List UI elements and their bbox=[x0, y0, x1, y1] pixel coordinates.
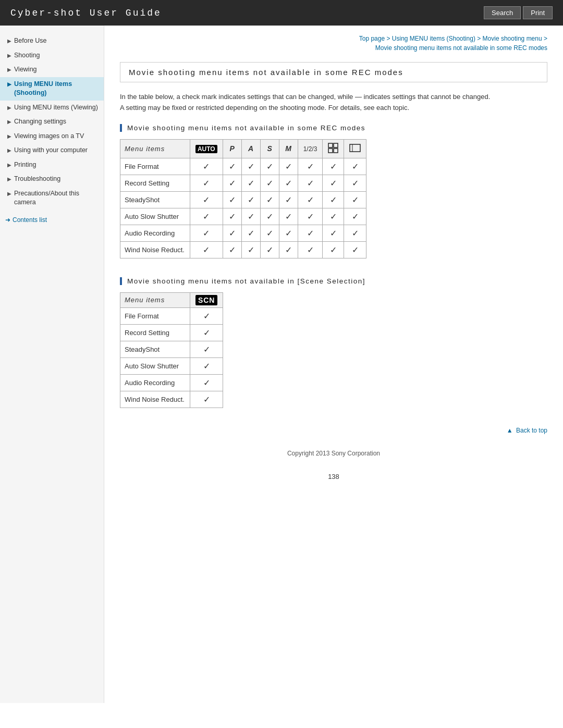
check-cell: ✓ bbox=[241, 208, 260, 225]
sidebar-item-changing-settings[interactable]: ▶ Changing settings bbox=[0, 115, 104, 129]
print-button[interactable]: Print bbox=[523, 6, 553, 19]
check-cell: ✓ bbox=[190, 341, 223, 357]
back-to-top[interactable]: ▲ Back to top bbox=[120, 427, 547, 434]
check-cell: ✓ bbox=[190, 208, 223, 225]
check-cell: ✓ bbox=[190, 175, 223, 191]
check-cell: ✓ bbox=[260, 208, 279, 225]
menu-item-name: Wind Noise Reduct. bbox=[120, 241, 190, 258]
page-header: Cyber-shot User Guide Search Print bbox=[0, 0, 563, 26]
check-cell: ✓ bbox=[260, 241, 279, 258]
svg-rect-4 bbox=[350, 144, 360, 152]
table-row: Wind Noise Reduct.✓✓✓✓✓✓✓✓ bbox=[120, 241, 366, 258]
svg-rect-3 bbox=[334, 149, 338, 153]
sidebar-item-label: Shooting bbox=[14, 51, 40, 60]
contents-link-label: Contents list bbox=[13, 216, 47, 224]
check-cell: ✓ bbox=[279, 191, 298, 208]
sidebar: ▶ Before Use ▶ Shooting ▶ Viewing ▶ Usin… bbox=[0, 26, 104, 703]
sidebar-item-before-use[interactable]: ▶ Before Use bbox=[0, 34, 104, 48]
table-row: Audio Recording✓ bbox=[120, 374, 223, 391]
breadcrumb-movie-menu[interactable]: Movie shooting menu bbox=[483, 35, 542, 42]
arrow-icon: ➜ bbox=[5, 216, 10, 224]
chevron-icon: ▶ bbox=[7, 190, 11, 198]
page-layout: ▶ Before Use ▶ Shooting ▶ Viewing ▶ Usin… bbox=[0, 26, 563, 703]
svg-rect-1 bbox=[334, 143, 338, 147]
check-cell: ✓ bbox=[344, 175, 366, 191]
menu-item-name: Wind Noise Reduct. bbox=[120, 391, 190, 408]
check-cell: ✓ bbox=[241, 241, 260, 258]
sidebar-item-label: Using MENU items (Viewing) bbox=[14, 103, 98, 113]
check-cell: ✓ bbox=[323, 225, 344, 241]
section2-table: Menu items SCN File Format✓Record Settin… bbox=[120, 292, 223, 408]
menu-item-name: Auto Slow Shutter bbox=[120, 208, 190, 225]
sidebar-item-computer[interactable]: ▶ Using with your computer bbox=[0, 143, 104, 158]
breadcrumb-using-menu[interactable]: Using MENU items (Shooting) bbox=[392, 35, 475, 42]
sidebar-item-label: Troubleshooting bbox=[14, 175, 60, 184]
sidebar-item-label: Using with your computer bbox=[14, 146, 88, 155]
sidebar-item-using-menu-viewing[interactable]: ▶ Using MENU items (Viewing) bbox=[0, 101, 104, 115]
sidebar-item-precautions[interactable]: ▶ Precautions/About this camera bbox=[0, 187, 104, 210]
intro-text: In the table below, a check mark indicat… bbox=[120, 92, 547, 114]
chevron-icon: ▶ bbox=[7, 118, 11, 126]
breadcrumb-top[interactable]: Top page bbox=[359, 35, 385, 42]
sidebar-item-printing[interactable]: ▶ Printing bbox=[0, 158, 104, 172]
check-cell: ✓ bbox=[323, 158, 344, 175]
sidebar-item-label: Changing settings bbox=[14, 117, 66, 127]
page-number: 138 bbox=[120, 473, 547, 480]
check-cell: ✓ bbox=[298, 208, 323, 225]
check-cell: ✓ bbox=[279, 175, 298, 191]
check-cell: ✓ bbox=[190, 241, 223, 258]
check-cell: ✓ bbox=[298, 241, 323, 258]
section1-table: Menu items AUTO P A S M 1/2/3 bbox=[120, 139, 366, 258]
check-cell: ✓ bbox=[223, 175, 241, 191]
chevron-icon: ▶ bbox=[7, 52, 11, 59]
table-row: Auto Slow Shutter✓ bbox=[120, 357, 223, 374]
chevron-icon: ▶ bbox=[7, 133, 11, 140]
page-title: Movie shooting menu items not available … bbox=[120, 62, 547, 82]
col-menu-items: Menu items bbox=[120, 139, 190, 158]
sidebar-item-label: Precautions/About this camera bbox=[14, 189, 99, 207]
col-s: S bbox=[260, 139, 279, 158]
check-cell: ✓ bbox=[344, 208, 366, 225]
check-cell: ✓ bbox=[223, 158, 241, 175]
chevron-icon: ▶ bbox=[7, 104, 11, 112]
check-cell: ✓ bbox=[260, 175, 279, 191]
site-title: Cyber-shot User Guide bbox=[10, 8, 162, 18]
check-cell: ✓ bbox=[241, 175, 260, 191]
back-to-top-label: Back to top bbox=[516, 427, 547, 434]
check-cell: ✓ bbox=[190, 357, 223, 374]
col-p: P bbox=[223, 139, 241, 158]
check-cell: ✓ bbox=[241, 225, 260, 241]
check-cell: ✓ bbox=[223, 241, 241, 258]
sidebar-item-shooting[interactable]: ▶ Shooting bbox=[0, 48, 104, 63]
sidebar-item-viewing-tv[interactable]: ▶ Viewing images on a TV bbox=[0, 129, 104, 144]
table-row: Auto Slow Shutter✓✓✓✓✓✓✓✓ bbox=[120, 208, 366, 225]
sidebar-item-troubleshooting[interactable]: ▶ Troubleshooting bbox=[0, 172, 104, 187]
menu-item-name: Auto Slow Shutter bbox=[120, 357, 190, 374]
col-menu-items-2: Menu items bbox=[120, 292, 190, 307]
menu-item-name: File Format bbox=[120, 158, 190, 175]
check-cell: ✓ bbox=[223, 208, 241, 225]
table-row: File Format✓✓✓✓✓✓✓✓ bbox=[120, 158, 366, 175]
sidebar-item-using-menu-shooting[interactable]: ▶ Using MENU items (Shooting) bbox=[0, 77, 104, 101]
section2-heading: Movie shooting menu items not available … bbox=[120, 277, 547, 285]
menu-item-name: Audio Recording bbox=[120, 225, 190, 241]
check-cell: ✓ bbox=[344, 241, 366, 258]
chevron-icon: ▶ bbox=[7, 66, 11, 73]
search-button[interactable]: Search bbox=[484, 6, 521, 19]
check-cell: ✓ bbox=[323, 175, 344, 191]
footer: Copyright 2013 Sony Corporation bbox=[120, 450, 547, 467]
menu-item-name: Audio Recording bbox=[120, 374, 190, 391]
intro-line1: In the table below, a check mark indicat… bbox=[120, 92, 547, 103]
check-cell: ✓ bbox=[279, 225, 298, 241]
table-row: SteadyShot✓ bbox=[120, 341, 223, 357]
col-a: A bbox=[241, 139, 260, 158]
check-cell: ✓ bbox=[190, 374, 223, 391]
sidebar-item-label: Viewing images on a TV bbox=[14, 132, 84, 141]
contents-list-link[interactable]: ➜ Contents list bbox=[5, 216, 99, 224]
sidebar-item-viewing[interactable]: ▶ Viewing bbox=[0, 63, 104, 77]
copyright: Copyright 2013 Sony Corporation bbox=[120, 450, 547, 457]
chevron-icon: ▶ bbox=[7, 147, 11, 154]
sidebar-item-label: Viewing bbox=[14, 65, 37, 75]
col-123: 1/2/3 bbox=[298, 139, 323, 158]
breadcrumb-current[interactable]: Movie shooting menu items not available … bbox=[375, 44, 547, 52]
